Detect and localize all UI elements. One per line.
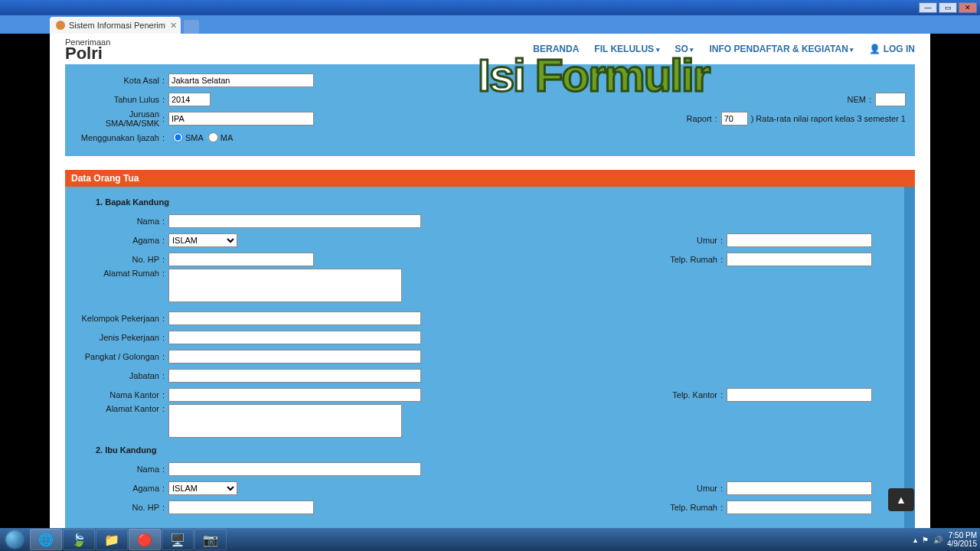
bapak-nama-kantor-label: Nama Kantor (74, 390, 162, 399)
favicon-icon (56, 21, 65, 30)
taskbar-camera[interactable]: 📷 (194, 529, 227, 550)
windows-orb-icon (6, 531, 23, 548)
ibu-agama-select[interactable]: ISLAM (168, 481, 237, 495)
bapak-jenis-label: Jenis Pekerjaan (74, 333, 162, 342)
tray-date: 4/9/2015 (947, 540, 977, 548)
bapak-alamat-kantor-input[interactable] (168, 404, 402, 438)
main-nav: BERANDA FIL KELULUS SO INFO PENDAFTAR & … (533, 44, 915, 54)
bapak-agama-label: Agama (74, 236, 162, 245)
raport-note: ) Rata-rata nilai raport kelas 3 semeste… (751, 114, 906, 123)
window-minimize-button[interactable]: — (919, 2, 937, 13)
taskbar-app1[interactable]: 🍃 (63, 529, 95, 550)
taskbar-app2[interactable]: 🖥️ (162, 529, 194, 550)
ibu-nohp-label: No. HP (74, 503, 162, 512)
scroll-top-button[interactable]: ▲ (888, 488, 914, 511)
tray-volume-icon[interactable]: 🔊 (933, 536, 942, 544)
browser-tab[interactable]: Sistem Informasi Penerim ✕ (50, 17, 181, 34)
bapak-alamat-rumah-label: Alamat Rumah (74, 269, 162, 278)
ijazah-ma-text: MA (220, 133, 234, 142)
ibu-nohp-input[interactable] (168, 500, 314, 514)
tab-title: Sistem Informasi Penerim (69, 21, 165, 30)
ijazah-label: Menggunakan Ijazah (74, 133, 162, 142)
ibu-umur-label: Umur (661, 484, 720, 493)
ortu-header: Data Orang Tua (65, 170, 915, 187)
raport-label: Raport (655, 114, 715, 123)
ijazah-sma-text: SMA (185, 133, 204, 142)
bapak-kelompok-input[interactable] (168, 311, 421, 325)
nem-input[interactable] (875, 93, 906, 106)
bapak-telp-kantor-input[interactable] (727, 388, 872, 402)
browser-tabstrip: Sistem Informasi Penerim ✕ (0, 15, 980, 34)
nav-profil[interactable]: FIL KELULUS (594, 44, 659, 54)
page-scroll[interactable]: Penerimaan Polri BERANDA FIL KELULUS SO … (50, 34, 930, 528)
bapak-nama-kantor-input[interactable] (168, 388, 421, 402)
raport-input[interactable] (721, 112, 748, 126)
nav-beranda[interactable]: BERANDA (533, 44, 579, 54)
window-titlebar: — ▭ ✕ (0, 0, 980, 15)
tab-close-icon[interactable]: ✕ (170, 21, 177, 31)
site-header: Penerimaan Polri BERANDA FIL KELULUS SO … (50, 34, 930, 64)
letterbox-right (930, 34, 980, 528)
kota-asal-label: Kota Asal (74, 76, 162, 85)
bapak-telp-kantor-label: Telp. Kantor (661, 390, 720, 399)
education-panel: Kota Asal: Tahun Lulus: NEM: Jurusan SMA… (65, 64, 915, 156)
jurusan-input[interactable] (168, 112, 314, 126)
nav-info[interactable]: INFO PENDAFTAR & KEGIATAN (709, 44, 854, 54)
ibu-title: 2. Ibu Kandung (96, 445, 895, 455)
taskbar-chrome[interactable]: 🌐 (30, 529, 62, 550)
ibu-telp-rumah-input[interactable] (727, 500, 872, 514)
bapak-nama-input[interactable] (168, 214, 421, 228)
bapak-umur-input[interactable] (727, 233, 872, 247)
ijazah-ma-radio[interactable] (208, 132, 218, 142)
taskbar-chrome2[interactable]: 🔴 (129, 529, 161, 550)
ibu-nama-label: Nama (74, 465, 162, 474)
tahun-lulus-input[interactable] (168, 93, 211, 106)
bapak-nohp-label: No. HP (74, 255, 162, 264)
bapak-pangkat-label: Pangkat / Golongan (74, 352, 162, 361)
tahun-lulus-label: Tahun Lulus (74, 95, 162, 104)
nem-label: NEM (809, 95, 869, 104)
logo-big: Polri (65, 47, 110, 60)
bapak-kelompok-label: Kelompok Pekerjaan (74, 314, 162, 323)
ortu-panel: 1. Bapak Kandung Nama: Agama: ISLAM Umur… (65, 187, 915, 528)
bapak-telp-rumah-input[interactable] (727, 253, 872, 266)
tray-clock[interactable]: 7:50 PM 4/9/2015 (947, 531, 977, 548)
nav-login[interactable]: 👤 LOG IN (869, 44, 915, 54)
taskbar-explorer[interactable]: 📁 (96, 529, 128, 550)
bapak-nohp-input[interactable] (168, 253, 314, 266)
start-button[interactable] (0, 528, 29, 551)
kota-asal-input[interactable] (168, 73, 314, 87)
bapak-alamat-rumah-input[interactable] (168, 269, 402, 302)
bapak-agama-select[interactable]: ISLAM (168, 233, 237, 247)
bapak-alamat-kantor-label: Alamat Kantor (74, 404, 162, 413)
system-tray[interactable]: ▴ ⚑ 🔊 7:50 PM 4/9/2015 (913, 531, 980, 548)
bapak-jabatan-input[interactable] (168, 369, 421, 383)
ijazah-sma-radio[interactable] (173, 132, 183, 142)
jurusan-label: Jurusan SMA/MA/SMK (74, 109, 162, 128)
bapak-jabatan-label: Jabatan (74, 371, 162, 380)
site-logo[interactable]: Penerimaan Polri (65, 37, 110, 60)
bapak-pangkat-input[interactable] (168, 350, 421, 364)
ibu-umur-input[interactable] (727, 481, 872, 495)
window-close-button[interactable]: ✕ (959, 2, 977, 13)
page-viewport: Penerimaan Polri BERANDA FIL KELULUS SO … (50, 34, 930, 528)
tray-time: 7:50 PM (947, 531, 977, 540)
bapak-title: 1. Bapak Kandung (96, 197, 895, 207)
tray-flag-icon[interactable]: ⚑ (922, 536, 929, 544)
bapak-telp-rumah-label: Telp. Rumah (661, 255, 720, 264)
ibu-agama-label: Agama (74, 484, 162, 493)
nav-so[interactable]: SO (675, 44, 694, 54)
ibu-nama-input[interactable] (168, 462, 421, 476)
windows-taskbar: 🌐 🍃 📁 🔴 🖥️ 📷 ▴ ⚑ 🔊 7:50 PM 4/9/2015 (0, 528, 980, 551)
letterbox-left (0, 34, 50, 528)
tray-up-icon[interactable]: ▴ (913, 536, 917, 544)
new-tab-button[interactable] (184, 20, 199, 34)
window-maximize-button[interactable]: ▭ (939, 2, 957, 13)
bapak-nama-label: Nama (74, 217, 162, 226)
bapak-umur-label: Umur (661, 236, 720, 245)
ibu-telp-rumah-label: Telp. Rumah (661, 503, 720, 512)
bapak-jenis-input[interactable] (168, 331, 421, 344)
